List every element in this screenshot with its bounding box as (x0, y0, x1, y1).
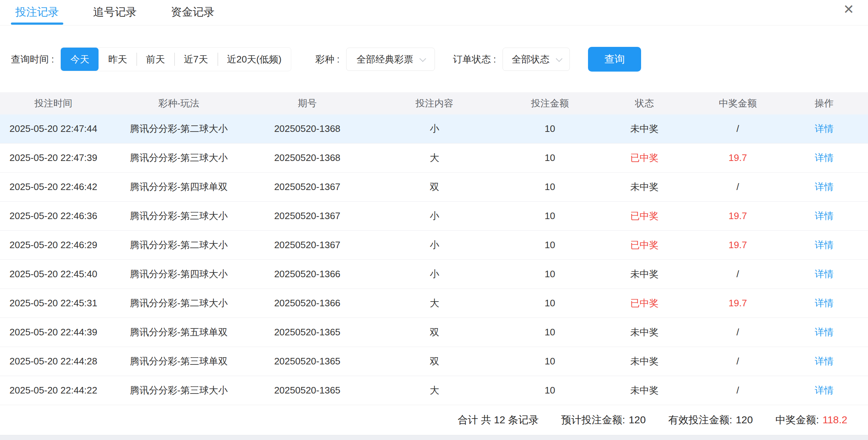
cell-prize: 19.7 (695, 298, 781, 309)
detail-link[interactable]: 详情 (815, 385, 833, 396)
col-prize: 中奖金额 (695, 97, 781, 110)
cell-play: 腾讯分分彩-第三球大小 (107, 210, 251, 222)
cell-amount: 10 (505, 298, 595, 309)
detail-link[interactable]: 详情 (815, 269, 833, 279)
detail-link[interactable]: 详情 (815, 239, 833, 250)
detail-link[interactable]: 详情 (815, 123, 833, 134)
page-background-strip (0, 435, 868, 440)
order-status-label: 订单状态 : (453, 53, 496, 66)
cell-content: 小 (364, 239, 505, 251)
table-body: 2025-05-20 22:47:44 腾讯分分彩-第二球大小 20250520… (0, 114, 868, 405)
cell-amount: 10 (505, 327, 595, 338)
cell-content: 双 (364, 326, 505, 339)
cell-bet-time: 2025-05-20 22:46:42 (0, 181, 107, 193)
cell-play: 腾讯分分彩-第三球单双 (107, 355, 251, 368)
cell-amount: 10 (505, 123, 595, 134)
cell-prize: 19.7 (695, 210, 781, 222)
lottery-type-select[interactable]: 全部经典彩票 (346, 48, 435, 71)
chevron-down-icon (556, 55, 563, 62)
cell-issue: 20250520-1367 (251, 181, 364, 193)
cell-play: 腾讯分分彩-第二球大小 (107, 122, 251, 135)
cell-play: 腾讯分分彩-第二球大小 (107, 239, 251, 251)
cell-prize: / (695, 356, 781, 367)
cell-issue: 20250520-1367 (251, 210, 364, 222)
cell-play: 腾讯分分彩-第四球单双 (107, 181, 251, 193)
date-range-option[interactable]: 昨天 (99, 48, 136, 71)
cell-amount: 10 (505, 269, 595, 280)
cell-content: 小 (364, 210, 505, 222)
cell-prize: / (695, 181, 781, 193)
cell-status: 已中奖 (595, 239, 695, 251)
cell-status: 未中奖 (595, 268, 695, 280)
date-range-group: 今天昨天前天近7天近20天(低频) (60, 47, 291, 71)
date-range-option[interactable]: 前天 (136, 48, 174, 71)
cell-content: 小 (364, 268, 505, 280)
cell-prize: / (695, 385, 781, 396)
cell-status: 未中奖 (595, 181, 695, 193)
table-row: 2025-05-20 22:46:36 腾讯分分彩-第三球大小 20250520… (0, 202, 868, 231)
cell-bet-time: 2025-05-20 22:47:39 (0, 152, 107, 164)
table-row: 2025-05-20 22:44:39 腾讯分分彩-第五球单双 20250520… (0, 318, 868, 347)
date-range-option[interactable]: 今天 (61, 48, 99, 71)
cell-play: 腾讯分分彩-第三球大小 (107, 152, 251, 164)
detail-link[interactable]: 详情 (815, 210, 833, 221)
query-button[interactable]: 查询 (588, 47, 641, 72)
cell-issue: 20250520-1366 (251, 298, 364, 309)
cell-issue: 20250520-1365 (251, 356, 364, 367)
cell-bet-time: 2025-05-20 22:47:44 (0, 123, 107, 134)
table-row: 2025-05-20 22:44:22 腾讯分分彩-第三球大小 20250520… (0, 376, 868, 405)
date-range-option[interactable]: 近20天(低频) (217, 48, 291, 71)
order-status-select[interactable]: 全部状态 (503, 48, 570, 71)
cell-status: 已中奖 (595, 210, 695, 222)
cell-status: 未中奖 (595, 122, 695, 135)
cell-play: 腾讯分分彩-第五球单双 (107, 326, 251, 339)
cell-bet-time: 2025-05-20 22:44:39 (0, 327, 107, 338)
cell-issue: 20250520-1368 (251, 123, 364, 134)
summary-valid-amount: 有效投注金额:120 (668, 413, 753, 427)
summary-expected-amount: 预计投注金额:120 (561, 413, 646, 427)
col-issue: 期号 (251, 97, 364, 110)
summary-win-amount: 中奖金额:118.2 (775, 413, 847, 427)
date-range-option[interactable]: 近7天 (174, 48, 217, 71)
cell-prize: / (695, 269, 781, 280)
detail-link[interactable]: 详情 (815, 181, 833, 192)
tab-bar: 投注记录 追号记录 资金记录 ✕ (0, 0, 868, 25)
detail-link[interactable]: 详情 (815, 327, 833, 338)
table-row: 2025-05-20 22:47:44 腾讯分分彩-第二球大小 20250520… (0, 114, 868, 144)
cell-content: 大 (364, 297, 505, 310)
cell-status: 已中奖 (595, 297, 695, 310)
detail-link[interactable]: 详情 (815, 298, 833, 308)
cell-amount: 10 (505, 239, 595, 251)
cell-amount: 10 (505, 356, 595, 367)
table-row: 2025-05-20 22:45:31 腾讯分分彩-第二球大小 20250520… (0, 289, 868, 318)
table-row: 2025-05-20 22:45:40 腾讯分分彩-第四球大小 20250520… (0, 260, 868, 289)
cell-play: 腾讯分分彩-第三球大小 (107, 384, 251, 397)
cell-status: 已中奖 (595, 152, 695, 164)
table-row: 2025-05-20 22:47:39 腾讯分分彩-第三球大小 20250520… (0, 144, 868, 173)
table-header: 投注时间 彩种-玩法 期号 投注内容 投注金额 状态 中奖金额 操作 (0, 92, 868, 114)
filter-bar: 查询时间 : 今天昨天前天近7天近20天(低频) 彩种 : 全部经典彩票 订单状… (11, 47, 868, 71)
tab-fund-records[interactable]: 资金记录 (171, 0, 215, 25)
cell-prize: / (695, 123, 781, 134)
cell-content: 双 (364, 355, 505, 368)
bet-records-table: 投注时间 彩种-玩法 期号 投注内容 投注金额 状态 中奖金额 操作 2025-… (0, 92, 868, 435)
lottery-type-label: 彩种 : (315, 53, 339, 66)
col-play: 彩种-玩法 (107, 97, 251, 110)
close-icon[interactable]: ✕ (843, 3, 854, 16)
cell-issue: 20250520-1368 (251, 152, 364, 164)
cell-play: 腾讯分分彩-第四球大小 (107, 268, 251, 280)
detail-link[interactable]: 详情 (815, 152, 833, 163)
cell-status: 未中奖 (595, 355, 695, 368)
detail-link[interactable]: 详情 (815, 356, 833, 367)
table-row: 2025-05-20 22:46:42 腾讯分分彩-第四球单双 20250520… (0, 173, 868, 202)
cell-bet-time: 2025-05-20 22:44:22 (0, 385, 107, 396)
cell-content: 小 (364, 122, 505, 135)
col-amount: 投注金额 (505, 97, 595, 110)
col-action: 操作 (781, 97, 867, 110)
tab-bet-records[interactable]: 投注记录 (15, 0, 59, 25)
cell-play: 腾讯分分彩-第二球大小 (107, 297, 251, 310)
cell-bet-time: 2025-05-20 22:44:28 (0, 356, 107, 367)
summary-bar: 合计 共 12 条记录 预计投注金额:120 有效投注金额:120 中奖金额:1… (0, 405, 868, 435)
tab-chase-records[interactable]: 追号记录 (93, 0, 137, 25)
cell-issue: 20250520-1365 (251, 385, 364, 396)
